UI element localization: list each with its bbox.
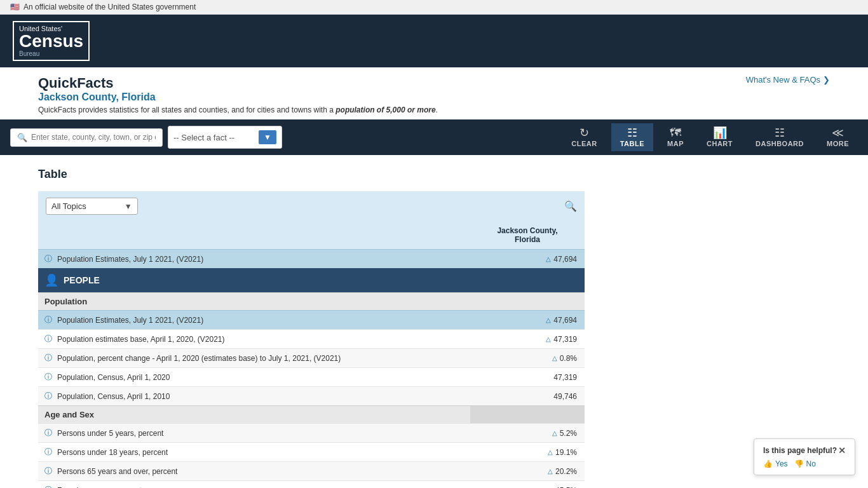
info-icon[interactable]: ⓘ	[44, 485, 53, 488]
triangle-icon: △	[548, 468, 553, 475]
more-button[interactable]: ≪ MORE	[818, 123, 858, 151]
map-button[interactable]: 🗺 MAP	[658, 123, 693, 151]
info-icon[interactable]: ⓘ	[44, 372, 53, 383]
site-header: United States' Census Bureau	[0, 15, 868, 67]
row-value: 49,746	[470, 387, 585, 405]
info-icon[interactable]: ⓘ	[44, 353, 53, 363]
dashboard-button[interactable]: ☷ DASHBOARD	[747, 123, 813, 151]
helpful-widget-header: Is this page helpful? ✕	[763, 445, 846, 456]
row-label: Persons 65 years and over, percent	[57, 467, 177, 476]
description-post: .	[436, 105, 438, 114]
thumbs-down-icon: 👎	[794, 459, 804, 468]
data-table: All Topics ▼ 🔍 Jackson County,Florida ⓘ …	[38, 191, 585, 488]
description-pre: QuickFacts provides statistics for all s…	[38, 105, 336, 114]
page-subtitle: Jackson County, Florida	[38, 92, 746, 103]
search-icon: 🔍	[17, 133, 27, 142]
row-value: △ 47,319	[470, 330, 585, 348]
table-row: ⓘ Population, percent change - April 1, …	[38, 348, 585, 367]
topic-select[interactable]: All Topics ▼	[46, 198, 138, 215]
whats-new-link[interactable]: What's New & FAQs ❯	[746, 75, 830, 85]
logo-line3: Bureau	[19, 50, 83, 57]
section-label-population: Population	[38, 293, 470, 310]
info-icon[interactable]: ⓘ	[44, 447, 53, 458]
location-search-box[interactable]: 🔍	[10, 128, 163, 147]
table-row: ⓘ Persons under 5 years, percent △ 5.2%	[38, 423, 585, 442]
info-icon[interactable]: ⓘ	[44, 391, 53, 402]
logo-line2: Census	[19, 32, 83, 50]
info-icon[interactable]: ⓘ	[44, 334, 53, 344]
highlight-cell-value: △ 47,694	[470, 250, 585, 268]
more-label: MORE	[827, 140, 849, 147]
row-value: △ 45.5%	[470, 481, 585, 488]
helpful-no-button[interactable]: 👎 No	[794, 459, 816, 468]
table-row: ⓘ Female persons, percent △ 45.5%	[38, 480, 585, 488]
clear-icon: ↻	[580, 127, 589, 139]
chart-label: CHART	[707, 140, 733, 147]
helpful-widget-buttons: 👍 Yes 👎 No	[763, 459, 846, 468]
census-logo[interactable]: United States' Census Bureau	[13, 21, 90, 61]
table-row: ⓘ Population estimates base, April 1, 20…	[38, 329, 585, 348]
search-input[interactable]	[31, 133, 156, 142]
fact-select-box[interactable]: -- Select a fact -- ▼	[168, 126, 282, 149]
chart-button[interactable]: 📊 CHART	[698, 123, 742, 151]
clear-label: CLEAR	[571, 140, 597, 147]
table-icon: ☷	[627, 127, 637, 139]
row-value: 47,319	[470, 368, 585, 386]
highlight-cell-label: ⓘ Population Estimates, July 1 2021, (V2…	[38, 250, 470, 268]
row-value: △ 0.8%	[470, 349, 585, 367]
table-row: ⓘ Population Estimates, July 1 2021, (V2…	[38, 310, 585, 329]
column-header-row: Jackson County,Florida	[38, 221, 585, 249]
yes-label: Yes	[775, 459, 788, 468]
info-icon[interactable]: ⓘ	[44, 254, 53, 264]
person-icon: 👤	[44, 273, 58, 287]
row-label: Population, Census, April 1, 2010	[57, 392, 170, 401]
info-icon[interactable]: ⓘ	[44, 466, 53, 477]
section-row-age-sex: Age and Sex	[38, 405, 585, 423]
highlight-row-top: ⓘ Population Estimates, July 1 2021, (V2…	[38, 249, 585, 268]
description-bold: population of 5,000 or more	[336, 105, 435, 114]
topic-select-label: All Topics	[51, 201, 86, 211]
close-icon[interactable]: ✕	[838, 445, 846, 456]
fact-select-label: -- Select a fact --	[173, 133, 255, 142]
info-icon[interactable]: ⓘ	[44, 315, 53, 325]
flag-icon: 🇺🇸	[10, 3, 20, 11]
row-value: △ 19.1%	[470, 443, 585, 461]
row-label: Persons under 5 years, percent	[57, 429, 163, 438]
table-row: ⓘ Persons 65 years and over, percent △ 2…	[38, 461, 585, 480]
table-button[interactable]: ☷ TABLE	[611, 123, 653, 151]
highlight-value-text: 47,694	[553, 255, 577, 264]
row-value: △ 47,694	[470, 311, 585, 329]
gov-banner-text: An official website of the United States…	[24, 3, 196, 11]
row-label: Population, percent change - April 1, 20…	[57, 354, 341, 363]
gov-banner: 🇺🇸 An official website of the United Sta…	[0, 0, 868, 15]
category-row-people: 👤 PEOPLE	[38, 268, 585, 292]
map-label: MAP	[667, 140, 684, 147]
table-row: ⓘ Population, Census, April 1, 2010 49,7…	[38, 386, 585, 405]
table-row: ⓘ Population, Census, April 1, 2020 47,3…	[38, 367, 585, 386]
no-label: No	[806, 459, 816, 468]
triangle-icon: △	[548, 449, 553, 456]
row-label: Population Estimates, July 1 2021, (V202…	[57, 316, 203, 325]
triangle-icon: △	[546, 336, 551, 342]
page-description: QuickFacts provides statistics for all s…	[38, 105, 746, 114]
section-row-population: Population	[38, 292, 585, 310]
highlight-label-text: Population Estimates, July 1 2021, (V202…	[57, 255, 203, 264]
helpful-yes-button[interactable]: 👍 Yes	[763, 459, 788, 468]
map-icon: 🗺	[670, 127, 681, 139]
row-value: △ 20.2%	[470, 462, 585, 480]
table-search-icon[interactable]: 🔍	[564, 200, 577, 212]
row-label: Population, Census, April 1, 2020	[57, 373, 170, 382]
triangle-icon: △	[552, 430, 557, 437]
more-icon: ≪	[832, 127, 844, 139]
row-label: Population estimates base, April 1, 2020…	[57, 335, 225, 344]
info-icon[interactable]: ⓘ	[44, 428, 53, 438]
helpful-question: Is this page helpful?	[763, 446, 837, 455]
triangle-icon: △	[552, 355, 557, 362]
table-row: ⓘ Persons under 18 years, percent △ 19.1…	[38, 442, 585, 461]
table-section-title: Table	[38, 168, 830, 181]
fact-select-arrow[interactable]: ▼	[259, 130, 276, 144]
triangle-icon: △	[546, 316, 551, 323]
chevron-right-icon: ❯	[823, 75, 830, 85]
clear-button[interactable]: ↻ CLEAR	[562, 123, 606, 151]
column-header-value: Jackson County,Florida	[470, 221, 585, 249]
